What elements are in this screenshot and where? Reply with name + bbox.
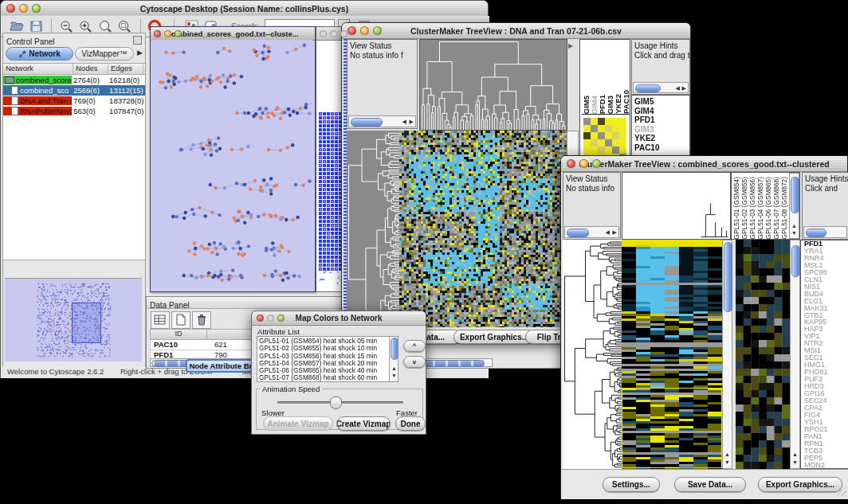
gene-label[interactable]: FIG4 <box>804 412 848 419</box>
gene-list-panel[interactable]: PFD1YRA1RNR4MSL1SPC98CLN1NIS1BUD4ELG1MAK… <box>800 240 848 469</box>
gene-label[interactable]: PHO81 <box>804 369 848 376</box>
column-dendrogram-area[interactable] <box>622 172 731 240</box>
scroll-right-icon[interactable]: ▶ <box>613 229 617 235</box>
view-status-hscrollbar[interactable]: ◀ ▶ <box>564 226 619 238</box>
attribute-item[interactable]: GPL51-07 (GSM868) heat shock 60 min <box>259 374 387 381</box>
gene-label[interactable]: RPN1 <box>804 440 848 447</box>
gene-label[interactable]: PAN1 <box>804 433 848 440</box>
new-attribute-icon[interactable] <box>171 311 190 329</box>
attribute-listbox[interactable]: GPL51-01 (GSM854) heat shock 05 minGPL51… <box>257 336 398 382</box>
row-dendrogram-canvas[interactable] <box>563 240 622 469</box>
move-down-button[interactable]: v <box>403 356 426 368</box>
gene-label[interactable]: SEC1 <box>804 354 848 361</box>
gene-label[interactable]: GPI16 <box>804 390 848 397</box>
row-dendrogram-canvas[interactable] <box>347 131 399 327</box>
table-view-icon[interactable] <box>151 311 170 329</box>
zoom-selected-icon[interactable] <box>98 19 114 33</box>
gene-label[interactable]: YRA1 <box>804 248 848 255</box>
save-icon[interactable] <box>29 19 45 33</box>
tab-vizmapper[interactable]: VizMapper™ <box>75 47 134 61</box>
zoom-window-icon[interactable] <box>277 315 285 322</box>
gene-label[interactable]: MON2 <box>804 462 848 469</box>
table-row[interactable]: RNAPuberNov2+563(0)107847(0) <box>3 106 145 116</box>
scroll-up-icon[interactable]: ▲ <box>391 365 397 371</box>
table-row[interactable]: combined_sco2569(6)13112(15) <box>3 85 145 96</box>
gene-label[interactable]: NIS1 <box>804 283 848 291</box>
gene-label[interactable]: KAP95 <box>804 318 848 326</box>
column-header-edges[interactable]: Edges <box>108 64 143 74</box>
zoom-window-icon[interactable] <box>592 159 601 168</box>
usage-hints-hscrollbar[interactable] <box>803 226 847 238</box>
gene-label[interactable]: PFD1 <box>804 240 848 248</box>
float-panel-icon[interactable] <box>133 36 142 45</box>
tab-overflow-arrow[interactable]: ▶ <box>137 49 143 57</box>
close-icon[interactable] <box>154 30 161 37</box>
network-canvas[interactable] <box>151 40 312 290</box>
slider-thumb[interactable] <box>330 397 342 409</box>
close-icon[interactable] <box>347 26 356 35</box>
gene-label[interactable]: GIM3 <box>634 125 689 135</box>
column-header-nodes[interactable]: Nodes <box>73 64 108 74</box>
main-titlebar[interactable]: Cytoscape Desktop (Session Name: collins… <box>1 1 488 17</box>
minimize-icon[interactable] <box>360 26 369 35</box>
gene-label[interactable]: CPA2 <box>804 404 848 412</box>
done-button[interactable]: Done <box>395 416 426 431</box>
scroll-left-icon[interactable]: ◀ <box>606 229 610 235</box>
minimize-icon[interactable] <box>267 315 274 322</box>
scroll-right-icon[interactable]: ▶ <box>410 119 414 124</box>
scroll-right-icon[interactable]: ▶ <box>682 85 686 91</box>
gene-label[interactable]: YKE2 <box>634 134 689 143</box>
column-header-id[interactable]: ID <box>151 330 207 339</box>
network-overview-canvas[interactable] <box>5 278 142 361</box>
zoom-in-icon[interactable] <box>78 19 94 33</box>
zoom-fit-icon[interactable] <box>117 19 133 33</box>
gene-label[interactable]: NTR2 <box>804 340 848 347</box>
move-up-button[interactable]: ^ <box>403 340 426 352</box>
treeview-dna-titlebar[interactable]: ClusterMaker TreeView : DNA and Tran 07-… <box>342 23 690 39</box>
column-header-network[interactable]: Network <box>3 64 73 74</box>
gene-label[interactable]: SPC98 <box>804 269 848 276</box>
minimize-icon[interactable] <box>164 30 171 37</box>
close-icon[interactable] <box>6 4 15 13</box>
gene-label[interactable]: YSH1 <box>804 419 848 426</box>
gene-label[interactable]: MAK31 <box>804 305 848 312</box>
scroll-down-icon[interactable]: ▼ <box>791 230 797 236</box>
gene-label[interactable]: CLN1 <box>804 276 848 283</box>
gene-label[interactable]: PAC10 <box>634 143 689 153</box>
close-icon[interactable] <box>257 315 264 322</box>
table-row[interactable]: DNA and Tran 07769(0)183728(0) <box>3 96 145 106</box>
delete-attribute-icon[interactable] <box>192 311 211 329</box>
button-export-graphics[interactable]: Export Graphics... <box>758 477 842 492</box>
animate-vizmap-button[interactable]: Animate Vizmap <box>263 416 333 431</box>
zoom-window-icon[interactable] <box>340 30 347 37</box>
gene-label[interactable]: TCB3 <box>804 447 848 455</box>
gene-label[interactable]: PFD1 <box>634 115 689 125</box>
minimize-icon[interactable] <box>330 30 337 37</box>
scroll-down-icon[interactable]: ▼ <box>391 373 397 378</box>
gene-label[interactable]: PEP5 <box>804 455 848 462</box>
gene-label[interactable]: HRD3 <box>804 383 848 390</box>
gene-label[interactable]: BUD4 <box>804 291 848 298</box>
treeview-clustered-titlebar[interactable]: ClusterMaker TreeView : combined_scores_… <box>561 156 847 172</box>
gene-label[interactable]: MSL1 <box>804 262 848 269</box>
scroll-up-icon[interactable]: ▲ <box>791 223 797 229</box>
open-file-icon[interactable] <box>9 19 25 33</box>
tab-network[interactable]: Network <box>6 47 73 61</box>
scroll-down-icon[interactable]: ▼ <box>792 459 798 465</box>
heatmap-vscrollbar[interactable]: ▲ ▼ <box>722 240 732 469</box>
gene-label[interactable]: ELG1 <box>804 298 848 305</box>
close-icon[interactable] <box>320 30 327 37</box>
minimize-icon[interactable] <box>19 4 28 13</box>
view-status-hscrollbar[interactable]: ◀ ▶ <box>348 115 416 127</box>
gene-label[interactable]: GTB1 <box>804 312 848 319</box>
detail-vscrollbar[interactable]: ▲ ▼ <box>790 240 800 469</box>
animation-speed-slider[interactable] <box>277 401 403 404</box>
button-export-graphics[interactable]: Export Graphics... <box>453 330 535 344</box>
column-labels-vscrollbar[interactable]: ▲ ▼ <box>789 173 799 239</box>
button-save-data[interactable]: Save Data... <box>674 477 746 492</box>
gene-label[interactable]: GIM4 <box>634 107 689 116</box>
gene-label[interactable]: SEC24 <box>804 397 848 404</box>
zoom-window-icon[interactable] <box>32 4 41 13</box>
scroll-up-icon[interactable]: ▲ <box>792 451 798 457</box>
attribute-list-vscrollbar[interactable]: ▲ ▼ <box>389 337 398 381</box>
